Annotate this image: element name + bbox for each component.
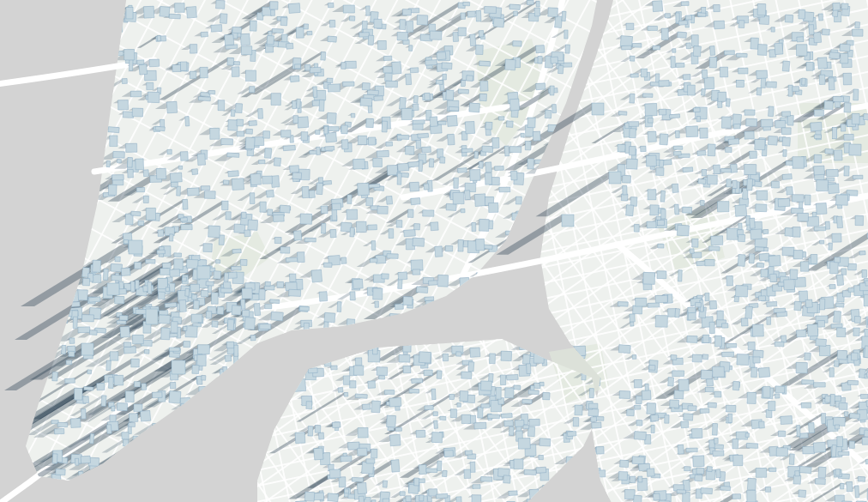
svg-rect-3839 xyxy=(478,407,484,418)
svg-rect-2311 xyxy=(294,64,300,69)
svg-rect-2754 xyxy=(461,13,465,20)
svg-rect-2842 xyxy=(180,62,187,71)
svg-rect-3602 xyxy=(757,3,766,15)
svg-rect-3020 xyxy=(180,427,186,432)
map-svg[interactable] xyxy=(0,0,868,502)
svg-rect-2742 xyxy=(389,313,401,325)
svg-rect-3650 xyxy=(726,343,736,348)
svg-rect-3648 xyxy=(693,46,701,57)
svg-rect-3401 xyxy=(686,126,698,137)
svg-rect-3758 xyxy=(738,21,744,28)
svg-rect-3658 xyxy=(641,146,647,152)
svg-rect-3446 xyxy=(795,471,800,476)
svg-rect-3005 xyxy=(124,342,130,347)
svg-rect-3612 xyxy=(712,423,717,435)
svg-rect-2681 xyxy=(437,275,448,287)
svg-rect-3926 xyxy=(503,475,511,483)
svg-rect-4010 xyxy=(355,358,362,366)
svg-rect-2757 xyxy=(476,239,485,251)
svg-rect-2766 xyxy=(360,98,372,106)
svg-rect-2603 xyxy=(290,274,296,281)
svg-marker-941 xyxy=(498,299,512,305)
svg-rect-3804 xyxy=(552,486,561,490)
svg-rect-3762 xyxy=(750,229,763,239)
svg-marker-1975 xyxy=(543,486,562,492)
svg-rect-3775 xyxy=(623,185,628,195)
svg-rect-2808 xyxy=(337,302,341,312)
svg-rect-3875 xyxy=(474,422,486,429)
svg-rect-3256 xyxy=(750,38,759,49)
svg-rect-2958 xyxy=(164,434,174,445)
svg-rect-2223 xyxy=(309,191,316,198)
svg-rect-3063 xyxy=(203,450,211,454)
svg-rect-2236 xyxy=(220,14,227,24)
svg-rect-3654 xyxy=(849,441,854,448)
svg-rect-4043 xyxy=(146,309,158,324)
svg-rect-3706 xyxy=(798,213,809,221)
svg-rect-3029 xyxy=(221,414,226,419)
svg-rect-2858 xyxy=(289,289,301,296)
svg-rect-3649 xyxy=(735,205,747,217)
svg-rect-2870 xyxy=(245,137,255,149)
svg-rect-3391 xyxy=(756,263,764,268)
svg-rect-4005 xyxy=(523,425,529,428)
svg-rect-2980 xyxy=(110,352,118,360)
svg-rect-2863 xyxy=(400,20,406,30)
svg-rect-3155 xyxy=(676,63,684,67)
svg-rect-2442 xyxy=(290,76,299,82)
svg-rect-3103 xyxy=(242,288,252,299)
svg-rect-2240 xyxy=(472,222,476,231)
svg-rect-2940 xyxy=(54,428,64,434)
svg-rect-3497 xyxy=(632,43,641,47)
svg-rect-2756 xyxy=(478,280,488,291)
svg-rect-2340 xyxy=(519,324,523,330)
svg-rect-4017 xyxy=(329,469,341,478)
svg-rect-3990 xyxy=(324,360,331,366)
svg-rect-3117 xyxy=(179,420,191,432)
map-canvas[interactable] xyxy=(0,0,868,502)
svg-rect-3756 xyxy=(636,420,642,426)
svg-rect-2561 xyxy=(175,3,184,13)
svg-rect-3418 xyxy=(717,202,728,212)
svg-rect-2534 xyxy=(527,159,533,169)
svg-rect-3968 xyxy=(293,379,306,392)
svg-rect-2503 xyxy=(159,315,171,324)
svg-rect-2857 xyxy=(440,157,445,163)
svg-rect-3640 xyxy=(700,128,708,138)
svg-rect-2876 xyxy=(166,470,175,479)
svg-rect-3285 xyxy=(630,197,637,207)
svg-rect-2638 xyxy=(148,92,160,103)
svg-rect-3039 xyxy=(186,259,198,269)
svg-rect-3114 xyxy=(165,302,177,307)
svg-rect-3975 xyxy=(460,390,468,401)
svg-rect-2272 xyxy=(494,311,501,317)
svg-rect-2871 xyxy=(225,410,229,421)
svg-rect-2486 xyxy=(117,320,126,324)
svg-rect-2785 xyxy=(124,50,135,60)
svg-rect-3671 xyxy=(822,29,829,35)
svg-rect-3109 xyxy=(181,403,188,410)
svg-rect-3354 xyxy=(799,490,806,498)
svg-rect-2963 xyxy=(257,373,266,380)
svg-rect-2341 xyxy=(201,32,208,37)
svg-rect-3530 xyxy=(693,108,700,112)
svg-marker-1234 xyxy=(191,450,210,457)
svg-rect-2669 xyxy=(443,74,447,80)
svg-rect-3217 xyxy=(657,271,666,279)
svg-marker-850 xyxy=(458,324,475,330)
svg-rect-3456 xyxy=(665,14,670,18)
svg-rect-2267 xyxy=(485,162,492,172)
svg-rect-3573 xyxy=(618,302,628,307)
svg-rect-2974 xyxy=(90,433,94,444)
svg-rect-3007 xyxy=(227,319,234,330)
svg-rect-2735 xyxy=(437,52,446,60)
svg-rect-3646 xyxy=(793,251,803,259)
svg-rect-3460 xyxy=(646,155,656,166)
svg-rect-2569 xyxy=(103,52,112,59)
svg-rect-2465 xyxy=(211,25,222,33)
svg-rect-3121 xyxy=(190,479,201,486)
svg-rect-2837 xyxy=(259,160,265,164)
svg-rect-3043 xyxy=(153,435,159,443)
svg-marker-875 xyxy=(526,305,545,311)
svg-rect-3323 xyxy=(746,443,757,448)
